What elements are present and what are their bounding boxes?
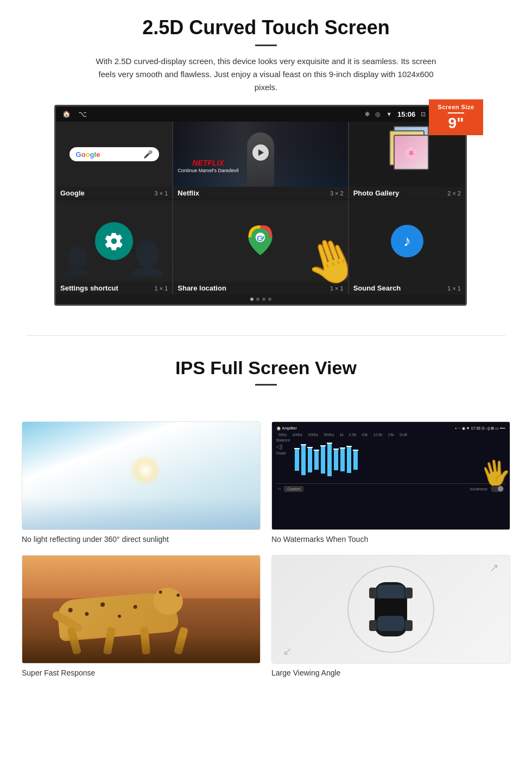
app-grid-row1: Google 🎤 Google 3 × 1 — [56, 122, 465, 199]
section1-title: 2.5D Curved Touch Screen — [33, 16, 499, 39]
gallery-app-name: Photo Gallery — [353, 189, 400, 197]
section1-description: With 2.5D curved-display screen, this de… — [90, 55, 442, 94]
status-left: 🏠 ⌥ — [62, 110, 87, 118]
svg-rect-5 — [377, 616, 404, 631]
sound-app-size: 1 × 1 — [447, 285, 461, 292]
google-search-bar[interactable]: Google 🎤 — [69, 147, 159, 161]
app-cell-sound[interactable]: ♪ Sound Search 1 × 1 — [349, 200, 465, 294]
sound-label-row: Sound Search 1 × 1 — [349, 282, 465, 294]
google-logo: Google — [76, 150, 100, 159]
gallery-label-row: Photo Gallery 2 × 2 — [349, 187, 465, 199]
play-triangle-icon — [258, 149, 264, 156]
amplifier-image: 🏠 Amplifier ▪ ··· ◉ ▼ 17:33 ⊡ ◁) ⊠ ▭ ⟵ 6… — [271, 421, 510, 530]
badge-label: Screen Size — [432, 104, 480, 110]
google-app-content: Google 🎤 — [56, 122, 172, 187]
sunlight-image — [22, 421, 261, 530]
amplifier-visual: 🏠 Amplifier ▪ ··· ◉ ▼ 17:33 ⊡ ◁) ⊠ ▭ ⟵ 6… — [272, 422, 510, 529]
sound-icon-wrapper: ♪ — [391, 225, 423, 257]
car-circle — [347, 566, 434, 653]
feature-amplifier: 🏠 Amplifier ▪ ··· ◉ ▼ 17:33 ⊡ ◁) ⊠ ▭ ⟵ 6… — [271, 421, 510, 544]
feature-grid: No light reflecting under 360° direct su… — [0, 411, 532, 689]
svg-rect-9 — [405, 588, 413, 598]
settings-app-size: 1 × 1 — [155, 285, 168, 292]
status-bar: 🏠 ⌥ ✻ ◎ ▼ 15:06 ⊡ ◁) ⊠ ▭ — [56, 106, 465, 122]
location-icon: ◎ — [375, 111, 381, 118]
section-ips: IPS Full Screen View — [0, 352, 532, 411]
app-cell-settings[interactable]: 👤 👤 Settings shortcut 1 × 1 — [56, 200, 172, 294]
google-app-name: Google — [60, 189, 85, 197]
gear-icon — [104, 231, 124, 251]
screen-size-badge: Screen Size 9" — [429, 99, 483, 135]
device-mockup: Screen Size 9" 🏠 ⌥ ✻ ◎ ▼ 15:06 ⊡ ◁) ⊠ — [54, 105, 478, 306]
netflix-label-row: Netflix 3 × 2 — [173, 187, 347, 199]
section2-title: IPS Full Screen View — [33, 357, 499, 379]
cheetah-visual — [22, 556, 260, 663]
app-grid-row2: 👤 👤 Settings shortcut 1 × 1 — [56, 200, 465, 294]
section-divider — [27, 335, 505, 336]
netflix-app-name: Netflix — [178, 189, 199, 197]
netflix-subtitle: Continue Marvel's Daredevil — [178, 168, 238, 173]
section-curved: 2.5D Curved Touch Screen With 2.5D curve… — [0, 0, 532, 319]
usb-icon: ⌥ — [78, 110, 87, 118]
amplifier-caption: No Watermarks When Touch — [271, 535, 368, 544]
eq-bars — [295, 438, 505, 482]
sound-app-content: ♪ — [349, 200, 465, 282]
bluetooth-icon: ✻ — [365, 111, 370, 118]
google-label-row: Google 3 × 1 — [56, 187, 172, 199]
app-cell-netflix[interactable]: NETFLIX Continue Marvel's Daredevil Netf… — [173, 122, 347, 199]
settings-icon-wrapper — [95, 222, 133, 260]
amp-screen: 🏠 Amplifier ▪ ··· ◉ ▼ 17:33 ⊡ ◁) ⊠ ▭ ⟵ 6… — [272, 422, 510, 529]
dot-1[interactable] — [250, 298, 254, 301]
wifi-icon: ▼ — [386, 111, 392, 117]
maps-app-name: Share location — [178, 284, 226, 292]
car-top-view-svg — [369, 577, 413, 642]
settings-app-content: 👤 👤 — [56, 200, 172, 282]
music-note-icon: ♪ — [403, 232, 411, 250]
maps-icon: G — [245, 225, 275, 255]
svg-rect-8 — [369, 588, 377, 598]
netflix-app-content: NETFLIX Continue Marvel's Daredevil — [173, 122, 347, 187]
car-caption: Large Viewing Angle — [271, 668, 340, 677]
section2-divider — [255, 384, 277, 386]
car-image: ↗ ↙ — [271, 555, 510, 664]
cheetah-image — [22, 555, 261, 664]
app-cell-google[interactable]: Google 🎤 Google 3 × 1 — [56, 122, 172, 199]
gallery-app-size: 2 × 2 — [447, 190, 461, 197]
cheetah-caption: Super Fast Response — [22, 668, 95, 677]
svg-rect-10 — [369, 620, 377, 631]
badge-size: 9" — [432, 116, 480, 131]
car-visual: ↗ ↙ — [272, 556, 510, 663]
google-app-size: 3 × 1 — [155, 190, 168, 197]
mic-icon[interactable]: 🎤 — [143, 150, 153, 159]
home-icon[interactable]: 🏠 — [62, 110, 71, 118]
svg-rect-11 — [405, 620, 413, 631]
sunlight-caption: No light reflecting under 360° direct su… — [22, 535, 169, 544]
dot-3[interactable] — [262, 298, 265, 301]
feature-car: ↗ ↙ Large Viewing Angle — [271, 555, 510, 678]
feature-cheetah: Super Fast Response — [22, 555, 261, 678]
cheetah-sky — [22, 556, 260, 598]
amp-status-bar: 🏠 Amplifier ▪ ··· ◉ ▼ 17:33 ⊡ ◁) ⊠ ▭ ⟵ — [276, 426, 505, 431]
settings-label-row: Settings shortcut 1 × 1 — [56, 282, 172, 294]
android-screen: 🏠 ⌥ ✻ ◎ ▼ 15:06 ⊡ ◁) ⊠ ▭ — [54, 105, 467, 306]
dot-2[interactable] — [256, 298, 259, 301]
netflix-word: NETFLIX — [192, 159, 224, 167]
sun-flare — [129, 454, 162, 487]
status-time: 15:06 — [397, 110, 415, 118]
title-divider — [255, 45, 277, 46]
badge-divider — [448, 112, 464, 113]
settings-app-name: Settings shortcut — [60, 284, 118, 292]
feature-sunlight: No light reflecting under 360° direct su… — [22, 421, 261, 544]
netflix-app-size: 3 × 2 — [330, 190, 344, 197]
app-cell-maps[interactable]: G 🤚 Share location 1 × 1 — [173, 200, 347, 294]
pagination-dots — [56, 294, 465, 304]
camera-icon: ⊡ — [421, 111, 426, 118]
dot-4[interactable] — [268, 298, 271, 301]
sky-visual — [22, 422, 260, 529]
maps-app-content: G 🤚 — [173, 200, 347, 282]
sound-app-name: Sound Search — [353, 284, 401, 292]
play-button[interactable] — [252, 144, 269, 161]
netflix-logo-text: NETFLIX Continue Marvel's Daredevil — [178, 158, 238, 173]
